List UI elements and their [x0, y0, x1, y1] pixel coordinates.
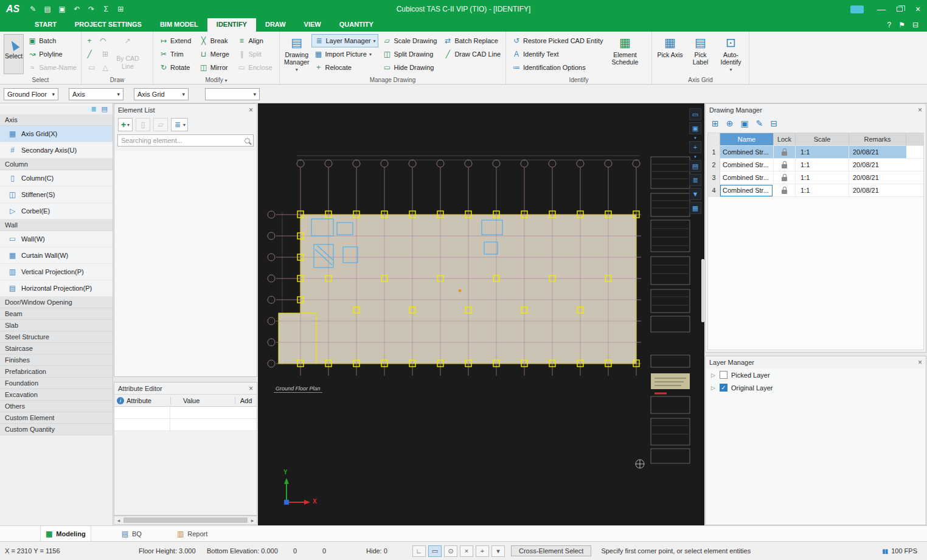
search-icon[interactable]	[245, 138, 250, 143]
sidebar-item-horizontal-projection[interactable]: ▤ Horizontal Projection(P)	[0, 280, 113, 297]
cad-canvas[interactable]: Ground Floor Plan Y X ▭ ▣ ▾ + ▾ ▤ ≣ ▼ ▦	[258, 103, 704, 525]
save-icon[interactable]: ▣	[55, 5, 69, 13]
chevron-down-icon[interactable]: ▾	[694, 136, 696, 139]
add-element-button[interactable]: + ▾	[118, 118, 133, 131]
import-picture-button[interactable]: ▦ Import Picture ▾	[311, 47, 378, 61]
select-button[interactable]: Select	[4, 34, 24, 74]
tab-modeling[interactable]: ▦ Modeling	[40, 526, 91, 541]
scroll-right-icon[interactable]: ▸	[248, 517, 257, 524]
extend-button[interactable]: ↦ Extend	[157, 34, 195, 47]
nav-image-icon[interactable]: ▣	[689, 122, 701, 134]
close-button[interactable]: ×	[909, 0, 927, 18]
nav-screen-icon[interactable]: ▤	[689, 160, 701, 172]
sidebar-section-column[interactable]: Column	[0, 159, 113, 170]
remarks-column-header[interactable]: Remarks	[849, 133, 906, 145]
category-dropdown[interactable]: Axis	[69, 88, 123, 100]
break-button[interactable]: ╳ Break	[197, 34, 233, 47]
tree-collapse-icon[interactable]: ≣	[91, 105, 96, 114]
sidebar-section-slab[interactable]: Slab	[0, 320, 113, 331]
sidebar-section-axis[interactable]: Axis	[0, 114, 113, 126]
tab-project-settings[interactable]: PROJECT SETTINGS	[66, 18, 151, 32]
locate-drawing-icon[interactable]: ⊕	[726, 119, 734, 128]
picked-layer-checkbox[interactable]	[720, 371, 727, 379]
draw-cad-line-button[interactable]: ╱ Draw CAD Line	[441, 47, 503, 61]
original-layer-checkbox[interactable]: ✓	[720, 384, 727, 392]
nav-collapse-icon[interactable]: ▼	[689, 188, 701, 200]
sum-icon[interactable]: Σ	[99, 5, 113, 13]
nav-select-icon[interactable]: ▭	[689, 108, 701, 120]
layer-manager-button[interactable]: ≣ Layer Manager ▾	[311, 34, 378, 47]
tab-report[interactable]: ▥ Report	[172, 526, 212, 541]
sidebar-section-custom-quantity[interactable]: Custom Quantity	[0, 424, 113, 435]
drawing-row[interactable]: 4 Combined Str... 1:1 20/08/21	[708, 184, 923, 197]
more-snaps-icon[interactable]: ▾	[491, 545, 505, 557]
expand-icon[interactable]: ▷	[711, 385, 716, 391]
scroll-left-icon[interactable]: ◂	[114, 517, 123, 524]
help-icon[interactable]: ?	[887, 21, 891, 29]
sidebar-item-secondary-axis[interactable]: # Secondary Axis(U)	[0, 142, 113, 159]
lock-column-header[interactable]: Lock	[774, 133, 796, 145]
expand-icon[interactable]: ▷	[711, 372, 716, 378]
canvas-vscrollbar[interactable]	[701, 259, 704, 322]
sidebar-section-excavation[interactable]: Excavation	[0, 389, 113, 401]
pick-axis-button[interactable]: ▦ Pick Axis	[656, 34, 684, 74]
extra-dropdown[interactable]	[205, 88, 260, 100]
tab-bq[interactable]: ▤ BQ	[117, 526, 147, 541]
trim-button[interactable]: ✂ Trim	[157, 47, 195, 61]
window-select-icon[interactable]: ▭	[428, 545, 442, 557]
tab-bim-model[interactable]: BIM MODEL	[151, 18, 207, 32]
tab-start[interactable]: START	[26, 18, 66, 32]
drawing-name-edit-input[interactable]: Combined Str...	[720, 185, 772, 196]
lock-icon[interactable]	[782, 164, 787, 168]
drawing-manager-button[interactable]: ▤ Drawing Manager ▾	[283, 34, 310, 74]
batch-select-button[interactable]: ▣ Batch	[26, 34, 79, 47]
export-image-icon[interactable]: ▣	[740, 119, 748, 128]
drawing-row[interactable]: 1 Combined Str... 1:1 20/08/21	[708, 146, 923, 159]
draw-arc-icon[interactable]: ◠	[99, 34, 107, 47]
close-icon[interactable]: ×	[918, 106, 922, 114]
split-drawing-button[interactable]: ◫ Split Drawing	[380, 47, 439, 61]
element-type-dropdown[interactable]: Axis Grid	[134, 88, 189, 100]
nav-cube-icon[interactable]: ▦	[689, 202, 701, 214]
auto-identify-button[interactable]: ⊡ Auto-Identify ▾	[717, 34, 745, 74]
left-panel-hscrollbar[interactable]: ◂ ▸	[114, 516, 257, 525]
ortho-snap-icon[interactable]: ∟	[412, 545, 426, 557]
drawing-row[interactable]: 2 Combined Str... 1:1 20/08/21	[708, 159, 923, 171]
add-drawing-icon[interactable]: ⊞	[712, 119, 719, 128]
sidebar-item-vertical-projection[interactable]: ▥ Vertical Projection(P)	[0, 264, 113, 280]
draw-line-icon[interactable]: ╱	[85, 47, 94, 61]
pick-label-button[interactable]: ▤ Pick Label	[686, 34, 715, 74]
sidebar-section-staircase[interactable]: Staircase	[0, 343, 113, 354]
sidebar-section-door-window-opening[interactable]: Door/Window Opening	[0, 297, 113, 308]
close-icon[interactable]: ×	[249, 385, 253, 392]
undo-icon[interactable]: ↶	[69, 5, 84, 13]
tab-quantity[interactable]: QUANTITY	[330, 18, 383, 32]
layer-row-picked[interactable]: ▷ Picked Layer	[706, 368, 925, 381]
sidebar-section-wall[interactable]: Wall	[0, 220, 113, 231]
mirror-button[interactable]: ◫ Mirror	[197, 61, 233, 74]
batch-replace-button[interactable]: ⇄ Batch Replace	[441, 34, 503, 47]
new-icon[interactable]: ✎	[26, 5, 40, 13]
osnap-icon[interactable]: ⊙	[444, 545, 457, 557]
tab-identify[interactable]: IDENTIFY	[207, 18, 256, 32]
polyline-select-button[interactable]: ↝ Polyline	[26, 47, 79, 61]
sidebar-item-corbel[interactable]: ▷ Corbel(E)	[0, 203, 113, 220]
select-mode-button[interactable]: Cross-Element Select	[511, 545, 591, 556]
close-icon[interactable]: ×	[249, 106, 253, 114]
draw-point-icon[interactable]: +	[85, 34, 94, 47]
nav-pan-icon[interactable]: +	[689, 141, 701, 153]
lock-icon[interactable]	[782, 177, 787, 181]
schedule-grid-icon[interactable]: ⊞	[113, 5, 128, 13]
search-input[interactable]	[121, 137, 245, 144]
name-column-header[interactable]: Name	[720, 133, 774, 145]
nav-layers-icon[interactable]: ≣	[689, 174, 701, 186]
minimize-button[interactable]: —	[872, 0, 891, 18]
identify-text-button[interactable]: A Identify Text	[510, 47, 605, 61]
element-layers-button[interactable]: ≣ ▾	[171, 118, 188, 131]
cart-icon[interactable]: ⊟	[912, 21, 918, 29]
relocate-button[interactable]: + Relocate	[311, 61, 378, 74]
group-label-modify[interactable]: Modify ▾	[153, 77, 279, 83]
flag-icon[interactable]: ⚑	[898, 21, 905, 29]
layer-row-original[interactable]: ▷ ✓ Original Layer	[706, 381, 925, 394]
rename-drawing-icon[interactable]: ✎	[756, 119, 763, 128]
